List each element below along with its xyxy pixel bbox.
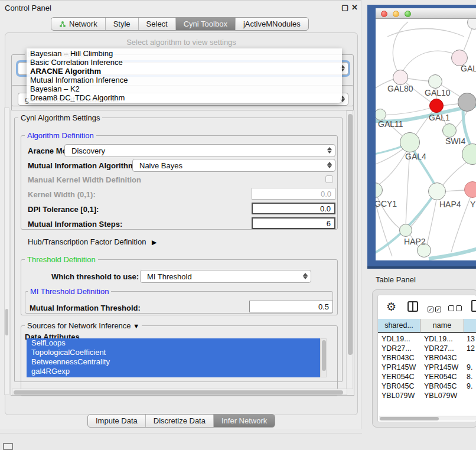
mi-steps-label: Mutual Information Steps: — [28, 220, 122, 229]
column-header-name[interactable]: name — [420, 319, 464, 333]
left-scrollbar[interactable] — [4, 107, 9, 395]
close-panel-icon[interactable]: ✕ — [351, 3, 358, 12]
tab-discretize-data[interactable]: Discretize Data — [145, 415, 213, 427]
network-window-titlebar[interactable] — [376, 8, 476, 19]
aracne-mode-combo[interactable]: Discovery — [64, 144, 335, 157]
window-frame-edge — [367, 266, 476, 269]
cell: 9. — [467, 400, 476, 402]
stepper-icon — [302, 272, 308, 280]
network-node[interactable] — [464, 181, 476, 198]
threshold-definition-title: Threshold Definition — [25, 255, 98, 264]
tab-jactivemnodules[interactable]: jActiveMNodules — [235, 18, 308, 30]
network-canvas[interactable]: GAL7 GAL80 GAL10 GAL1 GAL11 SWI4 GAL4 GC… — [376, 19, 476, 260]
table-row[interactable]: YPR145WYPR145W9. — [378, 363, 476, 372]
network-node-gray[interactable] — [458, 93, 476, 112]
minimize-traffic-light-icon[interactable] — [393, 11, 399, 17]
table-panel: ⚙ ✓✓ shared... name YDL19...YDL19...13 Y… — [372, 289, 476, 428]
which-threshold-combo[interactable]: MI Threshold — [140, 270, 311, 283]
settings-hscrollbar[interactable] — [12, 389, 347, 395]
deselect-all-checks-icon[interactable] — [448, 303, 464, 314]
cell: YER054C — [382, 372, 419, 381]
table-row[interactable]: YBL079WYBL079W — [378, 391, 476, 400]
attribute-item[interactable]: gal4RGexp — [27, 367, 320, 376]
sources-group-title[interactable]: Sources for Network Inference ▼ — [25, 321, 142, 330]
table-hscrollbar-thumb[interactable] — [380, 417, 439, 420]
cell: YBR043C — [382, 353, 419, 363]
left-scrollbar-thumb[interactable] — [5, 309, 8, 335]
table-row[interactable]: YLR345WYLR345W9. — [378, 400, 476, 402]
table-row[interactable]: YDR27...YDR27...12 — [378, 344, 476, 353]
network-node-hap2[interactable] — [399, 224, 412, 237]
network-node-gal1[interactable] — [429, 99, 444, 113]
tab-impute-data[interactable]: Impute Data — [88, 415, 145, 427]
dropdown-item[interactable]: Bayesian – K2 — [27, 84, 342, 93]
attr-list-scrollbar[interactable] — [320, 338, 327, 377]
table-hscrollbar[interactable] — [379, 416, 476, 420]
screenshot-root: Control Panel ▢ ✕ Network Style Select C… — [0, 0, 476, 450]
cyni-toolbox-content: Inference Algorithm gal4Filtered.sif def… — [5, 32, 358, 415]
table-row[interactable]: YBR045CYBR045C9. — [378, 381, 476, 391]
tab-infer-network[interactable]: Infer Network — [213, 415, 275, 427]
dropdown-item-aracne[interactable]: ARACNE Algorithm — [27, 67, 342, 76]
cell: YDL19... — [382, 334, 419, 344]
node-label: GAL7 — [461, 64, 476, 73]
settings-hscrollbar-thumb[interactable] — [14, 390, 343, 394]
gear-icon[interactable]: ⚙ — [386, 300, 396, 314]
tab-jactivemnodules-label: jActiveMNodules — [243, 19, 301, 28]
settings-vscrollbar-thumb[interactable] — [348, 114, 353, 355]
algorithm-dropdown-popup: Bayesian – Hill Climbing Basic Correlati… — [27, 48, 342, 103]
mi-threshold-field[interactable]: 0.5 — [249, 301, 333, 312]
attribute-item[interactable]: TopologicalCoefficient — [27, 348, 320, 357]
node-label: GCY1 — [376, 199, 397, 208]
cell: YBL079W — [382, 391, 419, 400]
cell: 8. — [467, 372, 476, 381]
table-row[interactable]: YER054CYER054C8. — [378, 372, 476, 381]
network-icon — [59, 21, 66, 28]
node-label: GAL11 — [378, 119, 403, 129]
control-panel-title: Control Panel — [5, 4, 51, 12]
close-traffic-light-icon[interactable] — [381, 11, 387, 17]
collapse-arrow-icon: ▼ — [133, 322, 139, 330]
dropdown-item[interactable]: Bayesian – Hill Climbing — [27, 49, 342, 58]
tab-select[interactable]: Select — [138, 18, 175, 30]
settings-vscrollbar[interactable] — [346, 110, 353, 389]
columns-icon[interactable] — [407, 301, 418, 312]
column-header[interactable] — [464, 319, 476, 333]
tab-network[interactable]: Network — [51, 18, 105, 30]
network-node-gal10[interactable] — [428, 74, 442, 89]
export-table-icon[interactable] — [471, 300, 476, 312]
tab-cyni-toolbox[interactable]: Cyni Toolbox — [175, 18, 235, 30]
hub-definition-toggle[interactable]: Hub/Transcription Factor Definition ▶ — [28, 237, 157, 246]
network-node-hap4[interactable] — [428, 182, 446, 200]
cell: YER054C — [424, 372, 464, 381]
dropdown-item[interactable]: Dream8 DC_TDC Algorithm — [27, 93, 342, 102]
control-panel-tabbar: Network Style Select Cyni Toolbox jActiv… — [51, 17, 309, 31]
dropdown-item[interactable]: Mutual Information Inference — [27, 76, 342, 84]
algorithm-select-combo[interactable]: Select algorithm to view settings — [5, 38, 357, 47]
kernel-width-label: Kernel Width (0,1): — [28, 190, 96, 199]
mi-algorithm-type-combo[interactable]: Naive Bayes — [132, 159, 335, 172]
zoom-traffic-light-icon[interactable] — [405, 11, 411, 17]
table-row[interactable]: YDL19...YDL19...13 — [378, 334, 476, 344]
cell: YDR27... — [424, 344, 464, 353]
attribute-item[interactable]: SelfLoops — [27, 338, 320, 348]
column-header-shared-name[interactable]: shared... — [378, 319, 420, 333]
table-row[interactable]: YBR043CYBR043C — [378, 353, 476, 363]
network-node-gal80[interactable] — [393, 70, 408, 85]
mi-steps-field[interactable]: 6 — [252, 217, 335, 229]
dropdown-item[interactable]: Basic Correlation Inference — [27, 58, 342, 67]
tab-select-label: Select — [146, 19, 168, 28]
kernel-width-field[interactable]: 0.0 — [252, 188, 335, 200]
cyni-algorithm-settings-title: Cyni Algorithm Settings — [18, 113, 102, 122]
tab-style[interactable]: Style — [105, 18, 138, 30]
select-all-checks-icon[interactable]: ✓✓ — [428, 303, 443, 314]
float-window-icon[interactable]: ▢ — [341, 3, 348, 12]
manual-kernel-width-label: Manual Kernel Width Definition — [28, 175, 141, 184]
attribute-item[interactable]: BetweennessCentrality — [27, 357, 320, 367]
minimized-panel-icon[interactable] — [3, 443, 13, 450]
network-node-gal4[interactable] — [400, 132, 420, 152]
manual-kernel-width-checkbox[interactable] — [325, 175, 333, 183]
attr-list-scrollbar-thumb[interactable] — [322, 340, 326, 371]
dpi-tolerance-field[interactable]: 0.0 — [252, 203, 335, 214]
network-node-swi4[interactable] — [442, 123, 457, 138]
